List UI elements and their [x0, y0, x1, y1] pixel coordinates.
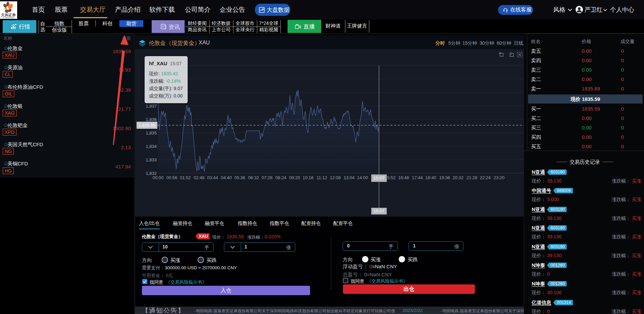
svg-text:TF SECURITIES: TF SECURITIES [3, 17, 14, 18]
svg-text:天风证券: 天风证券 [1, 13, 16, 17]
